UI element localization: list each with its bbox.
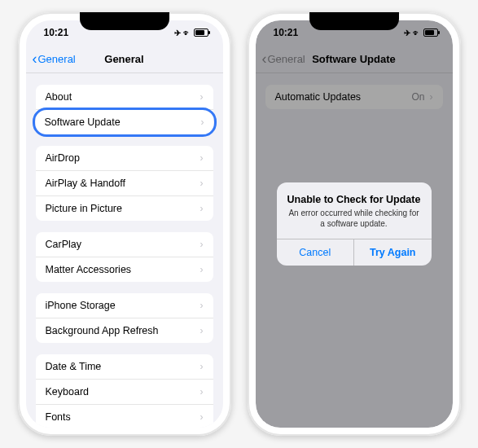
row-carplay[interactable]: CarPlay › [36,232,213,257]
row-label: AirDrop [46,152,80,164]
alert-body: An error occurred while checking for a s… [287,208,422,229]
row-keyboard[interactable]: Keyboard › [36,380,213,405]
chevron-right-icon: › [200,203,204,214]
alert-dialog: Unable to Check for Update An error occu… [277,182,432,266]
row-pip[interactable]: Picture in Picture › [36,196,213,221]
nav-bar: ‹ General General [26,45,223,73]
notch [80,12,169,30]
chevron-right-icon: › [200,239,204,250]
cancel-button[interactable]: Cancel [277,239,355,266]
phone-left: 10:21 ✈ ᯤ ‹ General General About › Soft [18,12,231,436]
airplane-icon: ✈ [174,29,181,37]
back-label: General [38,53,76,65]
row-storage[interactable]: iPhone Storage › [36,293,213,318]
chevron-right-icon: › [200,152,204,164]
phone-right: 10:21 ✈ ᯤ ‹ General Software Update Auto… [248,12,461,436]
chevron-right-icon: › [200,411,204,423]
group-airdrop: AirDrop › AirPlay & Handoff › Picture in… [36,146,213,221]
chevron-right-icon: › [200,325,204,336]
row-label: Background App Refresh [46,325,159,336]
modal-overlay: Unable to Check for Update An error occu… [256,20,453,428]
row-label: Software Update [45,116,121,128]
group-about: About › Software Update › [36,85,213,134]
group-carplay: CarPlay › Matter Accessories › [36,232,213,282]
group-storage: iPhone Storage › Background App Refresh … [36,293,213,343]
row-label: Picture in Picture [46,203,122,214]
settings-content[interactable]: About › Software Update › AirDrop › AirP… [26,73,223,428]
chevron-right-icon: › [200,300,204,311]
row-datetime[interactable]: Date & Time › [36,354,213,380]
chevron-left-icon: ‹ [33,51,37,68]
row-matter[interactable]: Matter Accessories › [36,257,213,282]
row-label: Keyboard [46,386,90,397]
chevron-right-icon: › [200,178,204,189]
row-airdrop[interactable]: AirDrop › [36,146,213,171]
row-fonts[interactable]: Fonts › [36,405,213,428]
battery-icon [194,29,208,37]
row-label: Matter Accessories [46,264,132,275]
row-label: Fonts [46,411,71,423]
row-label: AirPlay & Handoff [46,178,125,189]
chevron-right-icon: › [200,386,204,397]
wifi-icon: ᯤ [183,29,191,37]
try-again-button[interactable]: Try Again [354,239,432,266]
group-datetime: Date & Time › Keyboard › Fonts › Languag… [36,354,213,428]
row-label: CarPlay [46,239,81,250]
chevron-right-icon: › [200,361,204,372]
row-label: About [46,91,72,103]
row-airplay[interactable]: AirPlay & Handoff › [36,171,213,196]
chevron-right-icon: › [200,91,204,103]
row-label: Date & Time [46,361,102,372]
row-bg-refresh[interactable]: Background App Refresh › [36,318,213,343]
nav-title: General [104,53,143,65]
back-button[interactable]: ‹ General [33,51,76,68]
alert-title: Unable to Check for Update [287,194,422,205]
chevron-right-icon: › [200,264,204,275]
row-about[interactable]: About › [36,85,213,110]
row-software-update[interactable]: Software Update › [35,110,214,134]
status-time: 10:21 [44,27,69,38]
chevron-right-icon: › [201,116,204,128]
notch [309,12,399,30]
row-label: iPhone Storage [46,300,116,311]
